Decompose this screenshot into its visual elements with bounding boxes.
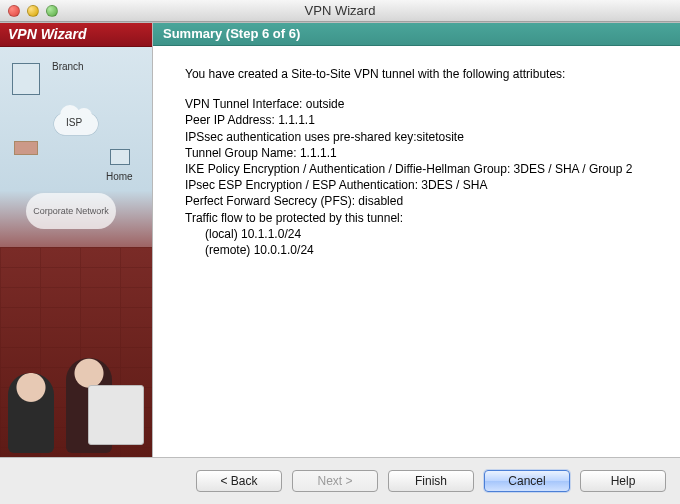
- sidebar-title: VPN Wizard: [0, 23, 152, 47]
- summary-group: Tunnel Group Name: 1.1.1.1: [185, 145, 660, 161]
- people-graphic: [6, 333, 146, 453]
- router-icon: [14, 141, 38, 155]
- label-isp: ISP: [66, 117, 82, 128]
- wizard-content: VPN Wizard Branch ISP Home Corporate Net…: [0, 22, 680, 458]
- summary-auth: IPSsec authentication uses pre-shared ke…: [185, 129, 660, 145]
- summary-interface: VPN Tunnel Interface: outside: [185, 96, 660, 112]
- network-diagram-icon: Branch ISP Home Corporate Network: [6, 53, 146, 243]
- summary-remote: (remote) 10.0.1.0/24: [185, 242, 660, 258]
- help-button[interactable]: Help: [580, 470, 666, 492]
- window-title: VPN Wizard: [0, 3, 680, 18]
- wizard-main: Summary (Step 6 of 6) You have created a…: [153, 23, 680, 457]
- summary-pfs: Perfect Forward Secrecy (PFS): disabled: [185, 193, 660, 209]
- sidebar-illustration: Branch ISP Home Corporate Network: [0, 47, 152, 457]
- cancel-button[interactable]: Cancel: [484, 470, 570, 492]
- person-icon: [8, 373, 54, 453]
- zoom-icon[interactable]: [46, 5, 58, 17]
- summary-intro: You have created a Site-to-Site VPN tunn…: [185, 66, 660, 82]
- summary-traffic: Traffic flow to be protected by this tun…: [185, 210, 660, 226]
- corporate-cloud-icon: Corporate Network: [26, 193, 116, 229]
- monitor-icon: [88, 385, 144, 445]
- step-header: Summary (Step 6 of 6): [153, 23, 680, 46]
- house-icon: [110, 149, 130, 165]
- building-icon: [12, 63, 40, 95]
- window-controls: [0, 5, 58, 17]
- summary-peer: Peer IP Address: 1.1.1.1: [185, 112, 660, 128]
- summary-panel: You have created a Site-to-Site VPN tunn…: [153, 46, 680, 457]
- label-branch: Branch: [52, 61, 84, 72]
- back-button[interactable]: < Back: [196, 470, 282, 492]
- summary-local: (local) 10.1.1.0/24: [185, 226, 660, 242]
- summary-ike: IKE Policy Encryption / Authentication /…: [185, 161, 660, 177]
- label-corporate: Corporate Network: [33, 206, 109, 216]
- close-icon[interactable]: [8, 5, 20, 17]
- window-titlebar: VPN Wizard: [0, 0, 680, 22]
- wizard-button-bar: < Back Next > Finish Cancel Help: [0, 458, 680, 503]
- minimize-icon[interactable]: [27, 5, 39, 17]
- next-button: Next >: [292, 470, 378, 492]
- wizard-sidebar: VPN Wizard Branch ISP Home Corporate Net…: [0, 23, 153, 457]
- finish-button[interactable]: Finish: [388, 470, 474, 492]
- label-home: Home: [106, 171, 133, 182]
- summary-esp: IPsec ESP Encryption / ESP Authenticatio…: [185, 177, 660, 193]
